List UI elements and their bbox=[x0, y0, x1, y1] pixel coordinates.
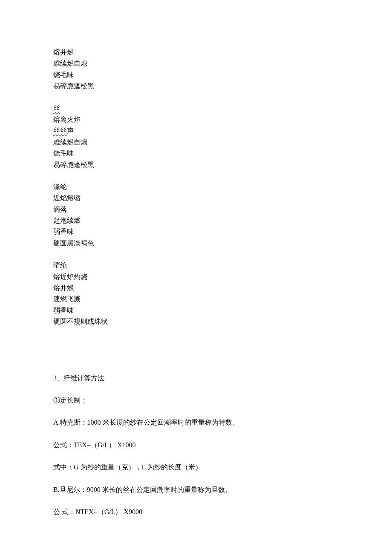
fiber-group-polyester: 涤纶 近焰熔缩 滴落 起泡续燃 弱香味 硬圆黑淡褐色 bbox=[53, 181, 339, 249]
text-line: 易碎脆蓬松黑 bbox=[53, 81, 339, 92]
subsection-title: ①定长制： bbox=[53, 395, 339, 406]
text-line: 硬圆不规则或珠状 bbox=[53, 316, 339, 327]
text-line: 弱香味 bbox=[53, 226, 339, 237]
fiber-group-1: 熔并燃 难续燃自熄 烧毛味 易碎脆蓬松黑 bbox=[53, 47, 339, 92]
text-line: 起泡续燃 bbox=[53, 215, 339, 226]
text-line: 晴纶 bbox=[53, 260, 339, 271]
text-line: 弱香味 bbox=[53, 305, 339, 316]
text-line: 熔离火焰 bbox=[53, 114, 339, 125]
fiber-group-acrylic: 晴纶 熔近焰灼烧 熔并燃 速燃飞溅 弱香味 硬圆不规则或珠状 bbox=[53, 260, 339, 327]
text-line: 涤纶 bbox=[53, 181, 339, 193]
text-line: 熔并燃 bbox=[53, 282, 339, 293]
text-line: 烧毛味 bbox=[53, 148, 339, 159]
fiber-group-silk: 丝 熔离火焰 丝丝声 难续燃自熄 烧毛味 易碎脆蓬松黑 bbox=[53, 103, 339, 170]
text-line: 易碎脆蓬松黑 bbox=[53, 159, 339, 170]
text-line: 滴落 bbox=[53, 204, 339, 215]
paragraph: 式中：G 为纱的重量（克），L 为纱的长度（米） bbox=[53, 462, 339, 473]
paragraph: A.特克斯：1000 米长度的纱在公定回潮率时的重量称为特数。 bbox=[53, 417, 339, 428]
section-gap bbox=[53, 339, 339, 373]
text-line: 丝丝声 bbox=[53, 125, 339, 136]
formula-line: 公式：TEX=（G/L） X1000 bbox=[53, 440, 339, 451]
text-line: 难续燃自熄 bbox=[53, 137, 339, 148]
text-line: 熔近焰灼烧 bbox=[53, 271, 339, 282]
text-line: 难续燃自熄 bbox=[53, 58, 339, 69]
section-title: 3、纤维计算方法 bbox=[53, 373, 339, 384]
text-line: 硬圆黑淡褐色 bbox=[53, 238, 339, 249]
formula-line: 公 式：NTEX=（G/L） X9000 bbox=[53, 506, 339, 518]
text-line: 烧毛味 bbox=[53, 69, 339, 81]
text-span: 声 bbox=[67, 127, 74, 134]
text-line: 速燃飞溅 bbox=[53, 293, 339, 305]
text-line: 丝 bbox=[53, 103, 339, 114]
text-line: 近焰熔缩 bbox=[53, 193, 339, 204]
wavy-text: 丝 bbox=[53, 105, 60, 112]
wavy-text: 丝丝 bbox=[53, 127, 67, 134]
text-line: 熔并燃 bbox=[53, 47, 339, 58]
document-page: 熔并燃 难续燃自熄 烧毛味 易碎脆蓬松黑 丝 熔离火焰 丝丝声 难续燃自熄 烧毛… bbox=[0, 0, 392, 555]
paragraph: B.旦尼尔：9000 米长的丝在公定回潮率时的重量称为旦数。 bbox=[53, 484, 339, 495]
